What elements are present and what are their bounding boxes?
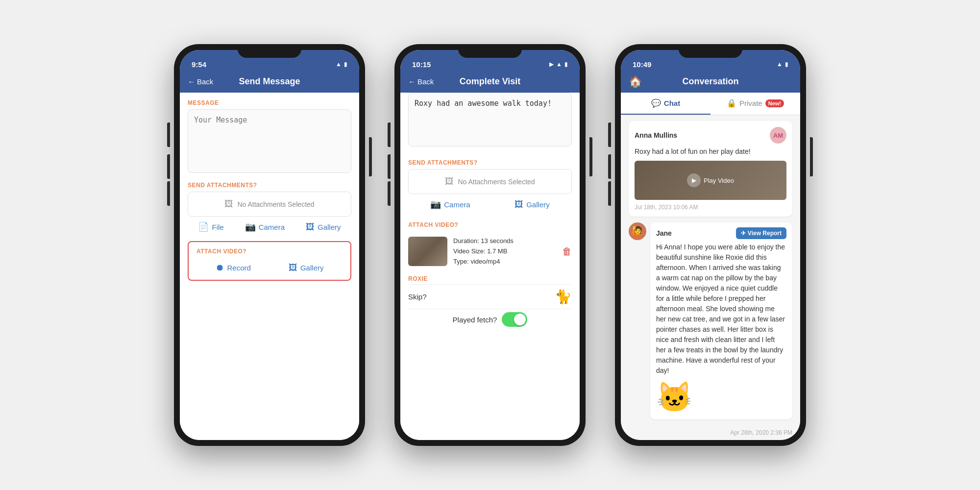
notch-2 [458, 44, 522, 58]
attach-video-label-1: ATTACH VIDEO? [189, 244, 350, 258]
notch-3 [679, 44, 742, 58]
send-attach-label-1: SEND ATTACHMENTS? [180, 175, 359, 192]
jane-header-3: Jane ✈ View Report [656, 227, 786, 239]
camera-button-1[interactable]: 📷 Camera [245, 221, 285, 232]
nav-title-3: Conversation [682, 76, 738, 87]
pet-name-label-2: ROXIE [408, 271, 572, 284]
pet-section-2: ROXIE Skip? 🐈 Played fetch? [400, 271, 580, 330]
status-time-2: 10:15 [412, 60, 431, 69]
message-label-1: MESSAGE [180, 93, 359, 109]
private-tab-icon-3: 🔒 [727, 98, 736, 108]
attach-actions-1: 📄 File 📷 Camera 🖼 Gallery [180, 217, 359, 237]
camera-button-2[interactable]: 📷 Camera [430, 199, 470, 210]
skip-row-2: Skip? 🐈 [408, 284, 572, 309]
view-report-button-3[interactable]: ✈ View Report [736, 227, 786, 239]
message-jane-3: 🙋 Jane ✈ View Report Hi Anna! I hope you… [629, 222, 792, 419]
back-arrow-icon-1: ← [188, 77, 195, 86]
battery-icon-3: ▮ [785, 61, 788, 68]
content-2: <%= phone2.visit_note %> SEND ATTACHMENT… [400, 93, 580, 440]
play-video-label-3: Play Video [704, 177, 734, 184]
play-button-3[interactable]: ▶ [687, 173, 701, 187]
nav-bar-2: ← Back Complete Visit [400, 72, 580, 93]
gallery-button-2[interactable]: 🖼 Gallery [514, 199, 550, 210]
nav-bar-3: 🏠 Conversation [621, 72, 800, 93]
video-gallery-button-1[interactable]: 🖼 Gallery [289, 263, 324, 273]
status-time-1: 9:54 [192, 60, 206, 69]
gallery-icon-2: 🖼 [514, 199, 523, 210]
video-preview-3[interactable]: ▶ Play Video [635, 161, 786, 200]
jane-name-3: Jane [656, 229, 672, 237]
attach-video-label-2: ATTACH VIDEO? [400, 215, 580, 231]
file-button-1[interactable]: 📄 File [198, 221, 223, 232]
location-icon-2: ▶ [549, 61, 554, 68]
status-icons-2: ▶ ▲ ▮ [549, 61, 568, 68]
camera-icon-2: 📷 [430, 199, 441, 210]
nav-title-1: Send Message [239, 76, 300, 87]
video-section-1: ATTACH VIDEO? ⏺ Record 🖼 Gallery [188, 241, 351, 281]
jane-timestamp-3: Apr 26th, 2020 2:36 PM [621, 427, 800, 440]
cat-icon-2: 🐈 [555, 289, 572, 305]
played-fetch-label-2: Played fetch? [453, 316, 497, 324]
video-actions-1: ⏺ Record 🖼 Gallery [189, 258, 350, 278]
anna-text-3: Roxy had a lot of fun on her play date! [635, 147, 786, 157]
back-arrow-icon-2: ← [408, 77, 416, 86]
attachments-box-2: 🖼 No Attachments Selected [408, 169, 572, 194]
tabs-bar-3: 💬 Chat 🔒 Private New! [621, 93, 800, 115]
phone-2: 10:15 ▶ ▲ ▮ ← Back Complete Visit <%= ph… [394, 44, 586, 446]
no-attach-text-2: No Attachments Selected [458, 178, 535, 186]
battery-icon-1: ▮ [344, 61, 347, 68]
message-anna-3: Anna Mullins AM Roxy had a lot of fun on… [629, 121, 792, 217]
anna-name-3: Anna Mullins [635, 131, 677, 139]
video-gallery-icon-1: 🖼 [289, 263, 297, 273]
chat-content-3: Anna Mullins AM Roxy had a lot of fun on… [621, 115, 800, 427]
attach-placeholder-icon-1: 🖼 [224, 199, 233, 209]
nav-title-2: Complete Visit [460, 76, 521, 87]
nav-bar-1: ← Back Send Message [180, 72, 359, 93]
jane-text-3: Hi Anna! I hope you were able to enjoy t… [656, 242, 786, 376]
status-icons-1: ▲ ▮ [336, 61, 347, 68]
video-item-2: Duration: 13 seconds Video Size: 1.7 MB … [400, 231, 580, 271]
back-button-2[interactable]: ← Back [408, 77, 434, 86]
send-attach-label-2: SEND ATTACHMENTS? [400, 152, 580, 169]
wifi-icon-2: ▲ [556, 61, 562, 68]
gallery-icon-1: 🖼 [306, 222, 315, 232]
chat-tab-icon-3: 💬 [651, 98, 661, 108]
tab-private-3[interactable]: 🔒 Private New! [710, 93, 800, 115]
video-info-2: Duration: 13 seconds Video Size: 1.7 MB … [453, 236, 556, 267]
home-button-3[interactable]: 🏠 [629, 75, 642, 88]
skip-label-2: Skip? [408, 293, 427, 301]
private-tab-label-3: Private [739, 99, 762, 107]
visit-note-input-2[interactable]: <%= phone2.visit_note %> [408, 93, 572, 147]
video-thumb-img-2 [408, 237, 447, 266]
anna-sender-row-3: Anna Mullins AM [635, 127, 786, 144]
camera-icon-1: 📷 [245, 221, 256, 232]
phone-1: 9:54 ▲ ▮ ← Back Send Message MESSAGE SEN… [174, 44, 365, 446]
attachments-box-1: 🖼 No Attachments Selected [188, 192, 351, 217]
played-fetch-row-2: Played fetch? [408, 309, 572, 330]
delete-video-button-2[interactable]: 🗑 [562, 246, 572, 257]
video-duration-2: Duration: 13 seconds [453, 236, 556, 246]
content-1: MESSAGE SEND ATTACHMENTS? 🖼 No Attachmen… [180, 93, 359, 440]
battery-icon-2: ▮ [564, 61, 568, 68]
message-input-1[interactable] [188, 109, 351, 173]
wifi-icon-3: ▲ [777, 61, 783, 68]
anna-timestamp-3: Jul 18th, 2023 10:06 AM [635, 204, 786, 211]
played-fetch-toggle-2[interactable] [502, 312, 527, 327]
gallery-button-1[interactable]: 🖼 Gallery [306, 221, 341, 232]
tab-chat-3[interactable]: 💬 Chat [621, 93, 710, 115]
back-button-1[interactable]: ← Back [188, 77, 213, 86]
notch-1 [238, 44, 301, 58]
video-type-2: Type: video/mp4 [453, 257, 556, 267]
jane-avatar-3: 🙋 [629, 222, 646, 240]
send-icon-3: ✈ [741, 230, 746, 237]
file-icon-1: 📄 [198, 221, 209, 232]
jane-bubble-3: Jane ✈ View Report Hi Anna! I hope you w… [650, 222, 792, 419]
no-attach-text-1: No Attachments Selected [237, 200, 314, 208]
record-button-1[interactable]: ⏺ Record [216, 263, 251, 273]
attach-actions-2: 📷 Camera 🖼 Gallery [400, 194, 580, 215]
status-time-3: 10:49 [633, 60, 651, 69]
anna-avatar-3: AM [770, 127, 786, 144]
new-badge-3: New! [765, 99, 784, 107]
cat-sticker-3: 🐱 [656, 380, 786, 415]
wifi-icon-1: ▲ [336, 61, 342, 68]
